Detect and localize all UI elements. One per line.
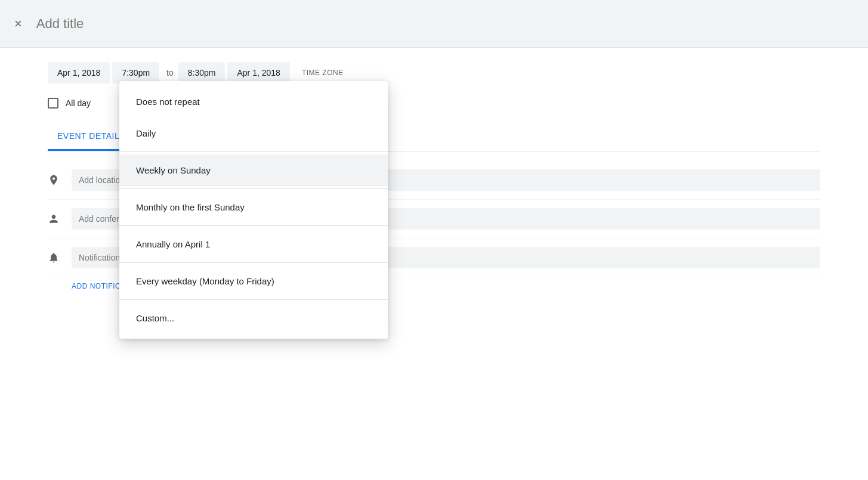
start-date-button[interactable]: Apr 1, 2018 (48, 62, 110, 83)
repeat-option-every-weekday[interactable]: Every weekday (Monday to Friday) (119, 265, 388, 297)
repeat-option-daily[interactable]: Daily (119, 117, 388, 149)
notification-icon (48, 252, 72, 264)
repeat-option-annually-april-1[interactable]: Annually on April 1 (119, 228, 388, 260)
title-input[interactable] (36, 16, 854, 32)
main-content: Apr 1, 2018 7:30pm to 8:30pm Apr 1, 2018… (0, 48, 868, 305)
end-time-button[interactable]: 8:30pm (178, 62, 226, 83)
dropdown-divider-5 (119, 299, 388, 300)
repeat-option-weekly-sunday[interactable]: Weekly on Sunday (119, 154, 388, 186)
timezone-button[interactable]: TIME ZONE (302, 69, 344, 77)
end-date-button[interactable]: Apr 1, 2018 (227, 62, 289, 83)
allday-checkbox[interactable] (48, 98, 58, 109)
conference-icon (48, 213, 72, 225)
repeat-option-custom[interactable]: Custom... (119, 302, 388, 334)
repeat-dropdown: Does not repeat Daily Weekly on Sunday M… (119, 81, 388, 339)
dropdown-divider-3 (119, 225, 388, 226)
close-button[interactable]: × (14, 17, 22, 30)
dropdown-divider-1 (119, 151, 388, 152)
dropdown-divider-2 (119, 188, 388, 189)
to-label: to (166, 68, 174, 78)
datetime-row: Apr 1, 2018 7:30pm to 8:30pm Apr 1, 2018… (48, 62, 820, 83)
start-time-button[interactable]: 7:30pm (112, 62, 159, 83)
allday-label: All day (66, 98, 91, 108)
dropdown-divider-4 (119, 262, 388, 263)
repeat-option-does-not-repeat[interactable]: Does not repeat (119, 86, 388, 117)
location-icon (48, 174, 72, 186)
repeat-option-monthly-first-sunday[interactable]: Monthly on the first Sunday (119, 191, 388, 223)
event-header: × (0, 0, 868, 48)
